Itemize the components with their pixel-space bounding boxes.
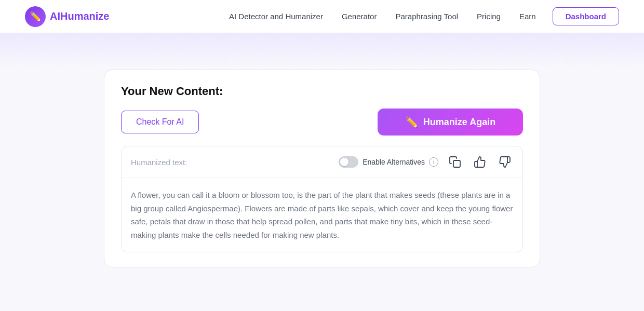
enable-alternatives-toggle-container: Enable Alternatives i (339, 156, 438, 168)
humanized-section: Humanized text: Enable Alternatives i (121, 146, 523, 252)
dashboard-button[interactable]: Dashboard (553, 7, 619, 25)
enable-alternatives-toggle[interactable] (339, 156, 358, 168)
svg-rect-0 (453, 160, 460, 167)
nav-link-pricing[interactable]: Pricing (477, 12, 501, 21)
humanize-again-button[interactable]: ✏️ Humanize Again (378, 109, 523, 136)
nav-link-paraphrasing[interactable]: Paraphrasing Tool (395, 12, 458, 21)
content-card: Your New Content: Check For AI ✏️ Humani… (104, 70, 540, 267)
content-title: Your New Content: (121, 85, 523, 98)
humanize-again-icon: ✏️ (405, 116, 418, 128)
humanized-header: Humanized text: Enable Alternatives i (122, 146, 522, 178)
nav-links: AI Detector and Humanizer Generator Para… (229, 12, 536, 21)
action-row: Check For AI ✏️ Humanize Again (121, 109, 523, 136)
copy-button[interactable] (447, 154, 463, 170)
humanize-again-label: Humanize Again (423, 117, 495, 128)
info-icon[interactable]: i (429, 157, 438, 167)
logo-text: AIHumanize (50, 10, 109, 22)
main-content: Your New Content: Check For AI ✏️ Humani… (0, 70, 644, 288)
nav-link-generator[interactable]: Generator (342, 12, 377, 21)
enable-alternatives-label: Enable Alternatives (363, 158, 425, 166)
nav-link-earn[interactable]: Earn (519, 12, 536, 21)
thumbs-down-button[interactable] (497, 154, 513, 170)
navbar: ✏️ AIHumanize AI Detector and Humanizer … (0, 0, 644, 33)
top-strip (0, 33, 644, 70)
check-for-ai-button[interactable]: Check For AI (121, 111, 199, 133)
thumbs-up-button[interactable] (472, 154, 488, 170)
thumbs-down-icon (499, 156, 511, 168)
humanized-body: A flower, you can call it a bloom or blo… (122, 178, 522, 252)
humanized-label: Humanized text: (131, 158, 187, 167)
copy-icon (449, 156, 461, 168)
thumbs-up-icon (474, 156, 486, 168)
humanized-text: A flower, you can call it a bloom or blo… (131, 188, 513, 241)
nav-link-detector[interactable]: AI Detector and Humanizer (229, 12, 323, 21)
logo[interactable]: ✏️ AIHumanize (25, 6, 109, 27)
logo-icon: ✏️ (25, 6, 46, 27)
